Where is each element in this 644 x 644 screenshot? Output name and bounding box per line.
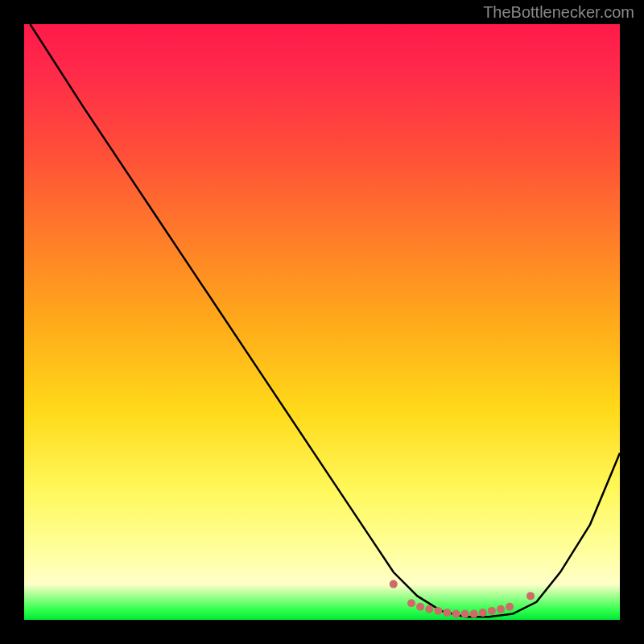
marker-dot (497, 605, 505, 613)
marker-dot (506, 603, 514, 611)
marker-dot (425, 605, 433, 613)
marker-dot (470, 610, 478, 618)
marker-dot (479, 609, 487, 617)
marker-dot (434, 607, 442, 615)
marker-dot (416, 603, 424, 611)
chart-svg (24, 24, 620, 620)
watermark-text: TheBottlenecker.com (483, 3, 634, 22)
marker-dot (390, 580, 398, 588)
bottleneck-curve-line (30, 24, 620, 617)
marker-dot (443, 609, 451, 617)
marker-dot (461, 610, 469, 618)
marker-dot (407, 599, 415, 607)
marker-dot (526, 592, 535, 600)
chart-plot-area (24, 24, 620, 620)
optimal-range-markers (390, 580, 535, 618)
marker-dot (452, 610, 460, 618)
marker-dot (488, 607, 496, 615)
